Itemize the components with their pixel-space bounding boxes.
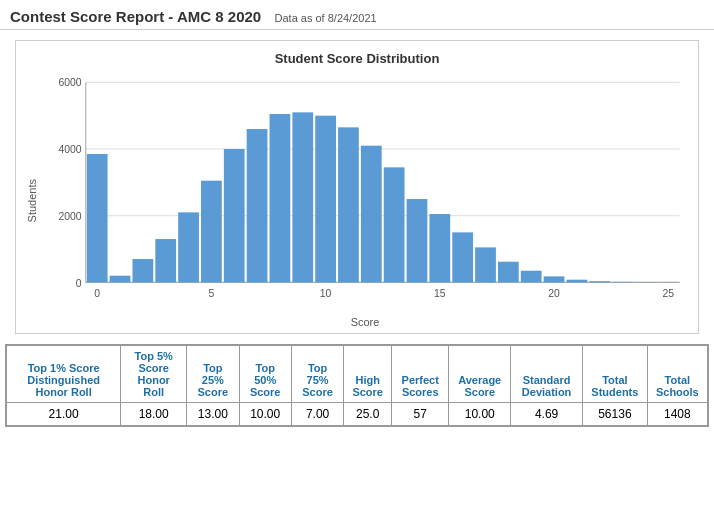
svg-text:10: 10 <box>320 288 332 299</box>
svg-rect-24 <box>407 199 428 282</box>
col-value-9: 56136 <box>583 402 648 425</box>
col-header-6: Perfect Scores <box>392 345 449 402</box>
stats-table-section: Top 1% Score Distinguished Honor RollTop… <box>5 344 709 427</box>
chart-svg: 02000400060000510152025 <box>42 74 688 314</box>
svg-rect-28 <box>498 262 519 283</box>
svg-text:2000: 2000 <box>58 211 81 222</box>
col-value-8: 4.69 <box>511 402 583 425</box>
col-header-7: Average Score <box>449 345 511 402</box>
svg-rect-25 <box>429 214 450 282</box>
table-value-row: 21.0018.0013.0010.007.0025.05710.004.695… <box>7 402 708 425</box>
col-value-1: 18.00 <box>121 402 187 425</box>
svg-rect-19 <box>292 112 313 282</box>
table-header-row: Top 1% Score Distinguished Honor RollTop… <box>7 345 708 402</box>
svg-rect-16 <box>224 149 245 282</box>
x-axis-label: Score <box>42 316 688 328</box>
svg-text:20: 20 <box>548 288 560 299</box>
svg-rect-11 <box>110 276 131 283</box>
svg-rect-20 <box>315 116 336 283</box>
svg-rect-22 <box>361 146 382 283</box>
col-value-6: 57 <box>392 402 449 425</box>
col-header-10: Total Schools <box>647 345 707 402</box>
y-axis-label: Students <box>26 179 38 222</box>
col-header-4: Top 75% Score <box>291 345 343 402</box>
svg-rect-26 <box>452 232 473 282</box>
svg-text:0: 0 <box>94 288 100 299</box>
chart-area: Students 02000400060000510152025 Score <box>26 74 688 328</box>
col-header-8: Standard Deviation <box>511 345 583 402</box>
svg-rect-27 <box>475 247 496 282</box>
svg-rect-21 <box>338 127 359 282</box>
svg-text:25: 25 <box>662 288 674 299</box>
data-date: Data as of 8/24/2021 <box>275 12 377 24</box>
svg-rect-15 <box>201 181 222 283</box>
col-header-9: Total Students <box>583 345 648 402</box>
svg-rect-14 <box>178 212 199 282</box>
col-header-1: Top 5% Score Honor Roll <box>121 345 187 402</box>
col-value-7: 10.00 <box>449 402 511 425</box>
svg-rect-13 <box>155 239 176 282</box>
stats-table: Top 1% Score Distinguished Honor RollTop… <box>6 345 708 426</box>
svg-rect-18 <box>270 114 291 282</box>
svg-rect-12 <box>132 259 153 282</box>
col-value-2: 13.00 <box>187 402 239 425</box>
svg-rect-32 <box>589 281 610 282</box>
svg-rect-17 <box>247 129 268 282</box>
chart-title: Student Score Distribution <box>26 51 688 66</box>
col-value-0: 21.00 <box>7 402 121 425</box>
col-value-10: 1408 <box>647 402 707 425</box>
svg-text:5: 5 <box>208 288 214 299</box>
svg-rect-31 <box>566 280 587 283</box>
svg-text:15: 15 <box>434 288 446 299</box>
col-header-5: High Score <box>344 345 392 402</box>
page-header: Contest Score Report - AMC 8 2020 Data a… <box>0 0 714 30</box>
svg-rect-10 <box>87 154 108 282</box>
chart-inner: 02000400060000510152025 Score <box>42 74 688 328</box>
svg-rect-29 <box>521 271 542 283</box>
col-header-2: Top 25% Score <box>187 345 239 402</box>
svg-rect-23 <box>384 167 405 282</box>
svg-text:0: 0 <box>76 278 82 289</box>
col-value-5: 25.0 <box>344 402 392 425</box>
svg-rect-33 <box>612 282 633 283</box>
svg-text:4000: 4000 <box>58 144 81 155</box>
col-header-3: Top 50% Score <box>239 345 291 402</box>
svg-text:6000: 6000 <box>58 78 81 89</box>
chart-container: Student Score Distribution Students 0200… <box>15 40 699 334</box>
col-value-3: 10.00 <box>239 402 291 425</box>
svg-rect-30 <box>544 276 565 282</box>
col-header-0: Top 1% Score Distinguished Honor Roll <box>7 345 121 402</box>
page-title: Contest Score Report - AMC 8 2020 <box>10 8 261 25</box>
col-value-4: 7.00 <box>291 402 343 425</box>
